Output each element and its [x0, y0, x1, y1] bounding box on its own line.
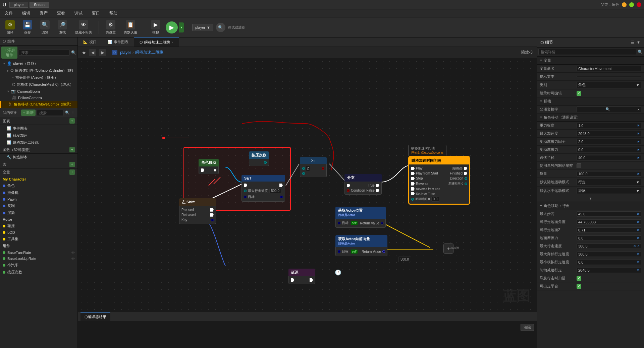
- forward-btn[interactable]: ▶: [99, 49, 106, 56]
- search-icon[interactable]: 🔍: [71, 50, 76, 55]
- walkable-z-spin[interactable]: ⟳: [637, 228, 640, 232]
- back-btn[interactable]: ◀: [89, 49, 96, 56]
- node-branch[interactable]: 分支 True Condition False: [344, 174, 382, 195]
- default-land-select[interactable]: 行走 ▼: [577, 179, 641, 185]
- compile-btn[interactable]: ⚙ 编译: [3, 19, 17, 36]
- max-accel-input[interactable]: 2048.0 ⟳: [577, 131, 641, 136]
- var-press-count[interactable]: 按压次数: [0, 269, 77, 276]
- run-btn[interactable]: ▶: [166, 21, 178, 33]
- add-macro-btn[interactable]: +: [69, 162, 75, 167]
- node-shift-key[interactable]: 左 Shift Pressed Released Key: [179, 198, 216, 224]
- node-get-actor-fwd[interactable]: 获取Actor向前向量 目标是Actor 目标 self Return Valu…: [335, 235, 387, 256]
- graphs-section-header[interactable]: 图表 +: [0, 117, 77, 125]
- brake-decel-input[interactable]: 2048.0 ⟳: [577, 268, 641, 273]
- socket-search-icon[interactable]: 🔍: [605, 107, 610, 112]
- node-get-actor-pos[interactable]: 获取Actor位置 目标是Actor 目标 self Return Value: [335, 207, 386, 228]
- var-base-turn-rate[interactable]: BaseTurnRate 👁: [0, 250, 77, 256]
- var-car[interactable]: 小汽车: [0, 262, 77, 269]
- menu-edit[interactable]: 编辑: [20, 10, 32, 17]
- menu-assets[interactable]: 资产: [38, 10, 50, 17]
- class-defaults-btn[interactable]: 📋 类默认值: [121, 19, 140, 36]
- close-btn[interactable]: [637, 2, 641, 7]
- list-view-icon[interactable]: ☰: [631, 40, 635, 45]
- clear-btn[interactable]: 清除: [521, 324, 534, 331]
- var-camera[interactable]: 摄像机: [0, 189, 77, 196]
- brake-friction-input[interactable]: 2.0 ⟳: [577, 139, 641, 144]
- menu-window[interactable]: 窗口: [90, 10, 102, 17]
- menu-view[interactable]: 查看: [55, 10, 67, 17]
- add-graph-btn[interactable]: +: [69, 118, 75, 124]
- variables-header[interactable]: 变量 +: [0, 168, 77, 176]
- var-base-look-up-rate[interactable]: BaseLookUpRate 👁: [0, 256, 77, 262]
- debug-filter-search[interactable]: 🔍: [216, 23, 225, 32]
- node-char-move[interactable]: 角色移动: [199, 159, 219, 174]
- mass-input[interactable]: 100.0 ⟳: [577, 171, 641, 177]
- step-input[interactable]: 45.0 ⟳: [577, 211, 641, 217]
- run-dropdown-btn[interactable]: ▼: [179, 22, 184, 32]
- tooltip-input[interactable]: [577, 76, 641, 77]
- tab-close-icon[interactable]: ×: [171, 41, 173, 44]
- macro-header[interactable]: 宏 +: [0, 161, 77, 168]
- menu-file[interactable]: 文件: [3, 10, 15, 17]
- max-accel-spin[interactable]: ⟳: [637, 132, 640, 135]
- var-lod[interactable]: LOD: [0, 229, 77, 235]
- brake-decel-spin[interactable]: ⟳: [637, 269, 640, 272]
- gravity-spin[interactable]: ⟳: [637, 124, 640, 127]
- tree-mesh[interactable]: ⬡ 网格体 (CharacterMesh0)（继承）: [0, 81, 77, 88]
- components-search[interactable]: [19, 50, 70, 56]
- max-walk-speed-input[interactable]: 300.0 ⟳ ↗: [577, 243, 641, 249]
- add-var-btn[interactable]: +: [69, 169, 75, 175]
- socket-clear-icon[interactable]: ×: [638, 108, 640, 112]
- component-group[interactable]: 组件: [0, 242, 77, 250]
- compiler-tab[interactable]: ⬡ 编译器结果: [80, 312, 110, 321]
- brake-friction-val-input[interactable]: 0.0 ⟳: [577, 147, 641, 152]
- save-btn[interactable]: 💾 保存: [20, 19, 35, 36]
- crouch-input[interactable]: 40.0 ⟳: [577, 155, 641, 160]
- bp-options-icon[interactable]: ⋮: [71, 111, 75, 115]
- default-water-select[interactable]: 游泳 ▼: [577, 188, 641, 194]
- functions-header[interactable]: 函数（32可覆盖） +: [0, 146, 77, 154]
- min-sim-spin[interactable]: ⟳: [637, 261, 640, 264]
- speed-spin[interactable]: ⟳: [634, 245, 636, 248]
- ground-friction-input[interactable]: 8.0 ⟳: [577, 235, 641, 241]
- editable-checkbox[interactable]: ✓: [577, 91, 581, 96]
- graph-event-graph[interactable]: 📊 事件图表: [0, 125, 77, 132]
- max-crouch-input[interactable]: 300.0 ⟳: [577, 252, 641, 257]
- category-select[interactable]: 角色 ▼: [577, 82, 641, 88]
- walkable-z-input[interactable]: 0.71 ⟳: [577, 227, 641, 233]
- menu-help[interactable]: 帮助: [107, 10, 119, 17]
- var-render[interactable]: 渲染: [0, 209, 77, 216]
- var-role[interactable]: 角色: [0, 182, 77, 189]
- tree-follow-camera[interactable]: 🎥 FollowCamera: [0, 94, 77, 101]
- walkable-angle-input[interactable]: 44.765083 ⟳: [577, 219, 641, 225]
- tree-capsule[interactable]: ▶ ⬡ 胶囊体组件 (CollisionCylinder)（继): [0, 67, 77, 74]
- add-function-btn[interactable]: +: [69, 147, 75, 152]
- bp-search-icon[interactable]: 🔍: [65, 111, 70, 115]
- bookmark-icon[interactable]: ★: [82, 50, 86, 55]
- eye-icon[interactable]: 👁: [637, 40, 641, 45]
- find-btn[interactable]: 🔎 查找: [55, 19, 70, 36]
- tab-event-graph[interactable]: 📊 事件图表: [102, 38, 134, 47]
- my-character-group[interactable]: My Character: [0, 176, 77, 182]
- macro-construct[interactable]: 🔧 构造脚本: [0, 154, 77, 161]
- speed-external-icon[interactable]: ↗: [637, 245, 640, 248]
- actor-group[interactable]: Actor: [0, 216, 77, 222]
- menu-debug[interactable]: 调试: [72, 10, 85, 17]
- hide-unrelated-btn[interactable]: 👁 隐藏不相关: [72, 19, 95, 36]
- add-component-btn[interactable]: + 添加组件: [1, 47, 17, 59]
- var-name-input[interactable]: CharacterMovement: [577, 66, 641, 71]
- crouch-walk-spin[interactable]: ⟳: [637, 253, 640, 256]
- var-collision[interactable]: 碰撞: [0, 222, 77, 229]
- tree-player-self[interactable]: ▼ 👤 player（自身）: [0, 60, 77, 67]
- nav-scan-checkbox[interactable]: ✓: [577, 276, 581, 281]
- node-delay[interactable]: 延迟: [288, 269, 315, 284]
- separate-brake-checkbox[interactable]: [577, 163, 581, 168]
- graph-trigger-accel[interactable]: 📊 触发加速: [0, 132, 77, 139]
- maximize-btn[interactable]: [629, 2, 634, 7]
- minimize-btn[interactable]: [622, 2, 627, 7]
- node-press-count[interactable]: 按压次数: [249, 151, 269, 166]
- simulate-btn[interactable]: ▶ 模拟: [148, 19, 163, 36]
- node-set[interactable]: SET 最大行走速度 500.0: [241, 175, 285, 202]
- can-walk-off-checkbox[interactable]: ✓: [577, 284, 581, 289]
- mass-spin[interactable]: ⟳: [637, 172, 640, 176]
